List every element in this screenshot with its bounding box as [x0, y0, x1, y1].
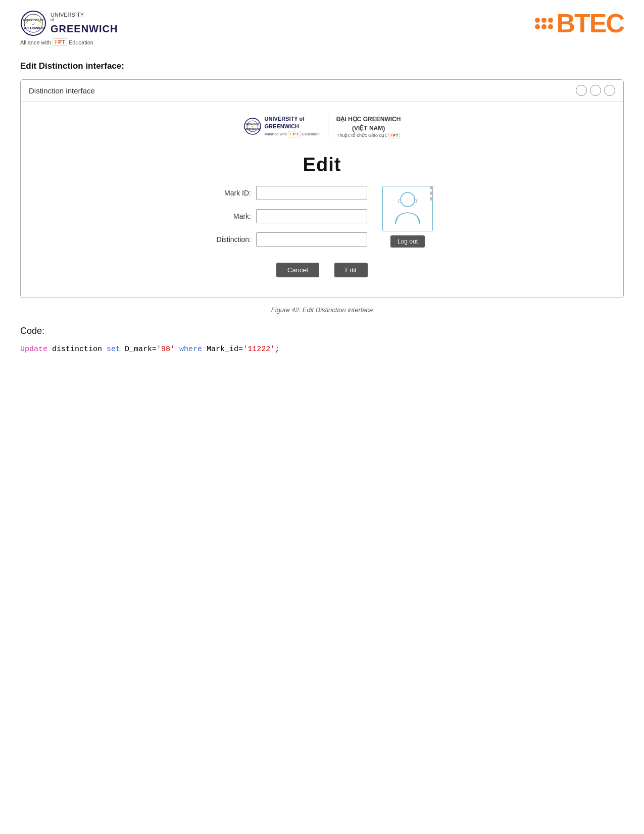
inner-fpt-badge: FPT: [288, 131, 301, 137]
btec-text: BTEC: [556, 10, 624, 36]
keyword-where: where: [175, 345, 202, 354]
window-maximize-button[interactable]: [590, 85, 601, 96]
uog-emblem-icon: UNIVERSITY of GREENWICH: [20, 10, 46, 36]
uog-logo: UNIVERSITY of GREENWICH UNIVERSITY of GR…: [20, 10, 118, 36]
avatar-section: Log out: [382, 186, 433, 248]
form-fields: Mark ID: Mark: Distinction:: [211, 186, 367, 247]
uog-name-text: UNIVERSITY of GREENWICH: [51, 12, 118, 35]
code-section: Code: Update distinction set D_mark='98'…: [20, 326, 624, 356]
svg-point-10: [401, 192, 415, 207]
mark-row: Mark:: [211, 209, 367, 223]
svg-text:UNIVERSITY: UNIVERSITY: [23, 18, 44, 22]
svg-text:of: of: [252, 126, 253, 128]
mark-input[interactable]: [256, 209, 367, 223]
avatar-box: [382, 186, 433, 231]
section-title: Edit Distinction interface:: [20, 61, 624, 71]
mark-id-input[interactable]: [256, 186, 367, 200]
avatar-container: Log out: [382, 186, 433, 248]
svg-text:of: of: [32, 23, 35, 26]
window-titlebar: Distinction interface: [21, 80, 623, 102]
value-98: '98': [157, 345, 175, 354]
logout-button[interactable]: Log out: [390, 235, 425, 248]
page-header: UNIVERSITY of GREENWICH UNIVERSITY of GR…: [20, 10, 624, 46]
distinction-row: Distinction:: [211, 232, 367, 247]
alliance-text: Alliance with F P T Education: [20, 38, 118, 46]
code-block: Update distinction set D_mark='98' where…: [20, 342, 624, 356]
btec-logo: BTEC: [535, 10, 624, 36]
inner-emblem-icon: UNIVERSITY of GREENWICH: [243, 117, 262, 135]
window-controls: [576, 85, 615, 96]
uog-branding: UNIVERSITY of GREENWICH UNIVERSITY of GR…: [20, 10, 118, 46]
inner-university-header: UNIVERSITY of GREENWICH UNIVERSITY of GR…: [243, 114, 401, 139]
distinction-input[interactable]: [256, 232, 367, 247]
btec-dots-icon: [535, 18, 553, 29]
side-indicators: [430, 186, 433, 201]
svg-text:GREENWICH: GREENWICH: [245, 128, 260, 131]
edit-page-title: Edit: [303, 154, 341, 176]
distinction-label: Distinction:: [211, 235, 251, 243]
window-minimize-button[interactable]: [576, 85, 587, 96]
fpt-badge: F P T: [53, 38, 67, 46]
inner-uog-logo: UNIVERSITY of GREENWICH UNIVERSITY of GR…: [243, 115, 320, 137]
form-avatar-container: Mark ID: Mark: Distinction:: [41, 186, 603, 248]
user-avatar-icon: [387, 188, 428, 229]
value-11222: '11222': [243, 345, 275, 354]
cancel-button[interactable]: Cancel: [276, 263, 319, 277]
mark-label: Mark:: [211, 212, 251, 220]
code-label: Code:: [20, 326, 624, 336]
keyword-update: Update: [20, 345, 47, 354]
inner-uog-name: UNIVERSITY of GREENWICH Alliance with FP…: [265, 115, 320, 137]
window-title: Distinction interface: [29, 86, 95, 95]
header-divider: [328, 114, 328, 139]
action-buttons: Cancel Edit: [276, 263, 368, 277]
mark-id-label: Mark ID:: [211, 189, 251, 197]
inner-right-header: ĐẠI HỌC GREENWICH (VIỆT NAM) Thuộc tổ ch…: [336, 115, 401, 138]
inner-fpt-badge-2: FPT: [388, 133, 400, 138]
edit-button[interactable]: Edit: [334, 263, 368, 277]
figure-caption: Figure 42: Edit Distinction interface: [20, 306, 624, 314]
distinction-window: Distinction interface UNIVERSITY of GREE…: [20, 79, 624, 298]
window-body: UNIVERSITY of GREENWICH UNIVERSITY of GR…: [21, 102, 623, 298]
mark-id-row: Mark ID:: [211, 186, 367, 200]
keyword-set: set: [107, 345, 120, 354]
svg-text:GREENWICH: GREENWICH: [22, 26, 44, 30]
window-close-button[interactable]: [604, 85, 615, 96]
